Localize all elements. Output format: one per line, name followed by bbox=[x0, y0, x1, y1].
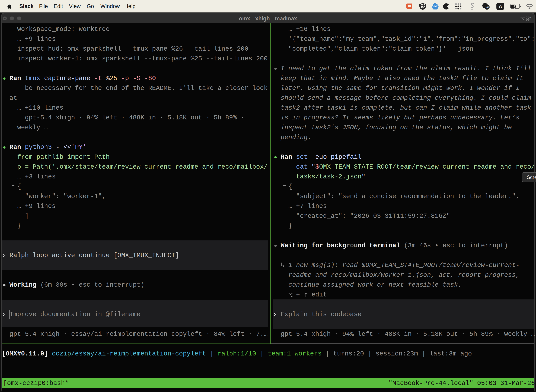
svg-text:A: A bbox=[499, 4, 502, 9]
svg-text:..61: ..61 bbox=[485, 6, 489, 9]
svg-text:1: 1 bbox=[530, 16, 532, 21]
